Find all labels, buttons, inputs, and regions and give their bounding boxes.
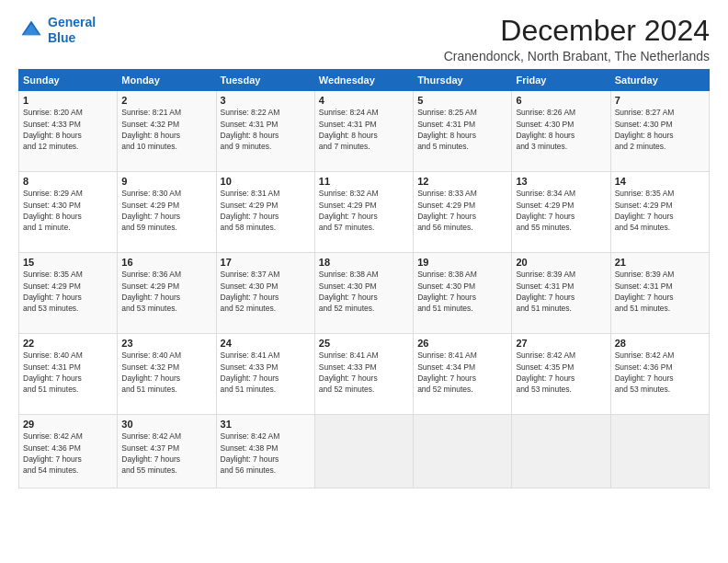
weekday-header-thursday: Thursday [414, 70, 512, 91]
logo: General Blue [18, 15, 96, 46]
calendar-cell: 25Sunrise: 8:41 AM Sunset: 4:33 PM Dayli… [314, 334, 413, 415]
calendar-cell: 10Sunrise: 8:31 AM Sunset: 4:29 PM Dayli… [216, 172, 314, 253]
day-info: Sunrise: 8:42 AM Sunset: 4:36 PM Dayligh… [615, 350, 705, 395]
day-info: Sunrise: 8:24 AM Sunset: 4:31 PM Dayligh… [319, 107, 409, 152]
calendar-cell: 18Sunrise: 8:38 AM Sunset: 4:30 PM Dayli… [314, 253, 413, 334]
weekday-header-sunday: Sunday [19, 70, 118, 91]
day-info: Sunrise: 8:38 AM Sunset: 4:30 PM Dayligh… [417, 269, 507, 314]
day-number: 24 [221, 338, 311, 349]
calendar-week-row: 22Sunrise: 8:40 AM Sunset: 4:31 PM Dayli… [19, 334, 710, 415]
day-number: 8 [23, 176, 113, 187]
calendar-cell: 11Sunrise: 8:32 AM Sunset: 4:29 PM Dayli… [314, 172, 413, 253]
day-number: 26 [417, 338, 507, 349]
calendar-cell: 22Sunrise: 8:40 AM Sunset: 4:31 PM Dayli… [19, 334, 118, 415]
calendar-cell [314, 415, 413, 488]
calendar-cell: 7Sunrise: 8:27 AM Sunset: 4:30 PM Daylig… [610, 91, 709, 172]
day-info: Sunrise: 8:38 AM Sunset: 4:30 PM Dayligh… [319, 269, 409, 314]
calendar-week-row: 1Sunrise: 8:20 AM Sunset: 4:33 PM Daylig… [19, 91, 710, 172]
day-number: 6 [516, 95, 606, 106]
calendar-cell: 28Sunrise: 8:42 AM Sunset: 4:36 PM Dayli… [610, 334, 709, 415]
day-info: Sunrise: 8:40 AM Sunset: 4:32 PM Dayligh… [121, 350, 211, 395]
weekday-header-saturday: Saturday [610, 70, 709, 91]
day-number: 7 [615, 95, 705, 106]
calendar-header-row: SundayMondayTuesdayWednesdayThursdayFrid… [19, 70, 710, 91]
day-info: Sunrise: 8:21 AM Sunset: 4:32 PM Dayligh… [121, 107, 211, 152]
day-info: Sunrise: 8:42 AM Sunset: 4:38 PM Dayligh… [221, 431, 311, 476]
day-number: 11 [319, 176, 409, 187]
title-block: December 2024 Cranendonck, North Brabant… [444, 15, 710, 63]
calendar-table: SundayMondayTuesdayWednesdayThursdayFrid… [18, 69, 710, 488]
calendar-cell [512, 415, 610, 488]
day-info: Sunrise: 8:42 AM Sunset: 4:35 PM Dayligh… [516, 350, 606, 395]
day-info: Sunrise: 8:30 AM Sunset: 4:29 PM Dayligh… [121, 188, 211, 233]
day-info: Sunrise: 8:25 AM Sunset: 4:31 PM Dayligh… [417, 107, 507, 152]
day-number: 4 [319, 95, 409, 106]
day-info: Sunrise: 8:32 AM Sunset: 4:29 PM Dayligh… [319, 188, 409, 233]
day-number: 12 [417, 176, 507, 187]
calendar-cell: 3Sunrise: 8:22 AM Sunset: 4:31 PM Daylig… [216, 91, 314, 172]
day-info: Sunrise: 8:33 AM Sunset: 4:29 PM Dayligh… [417, 188, 507, 233]
day-number: 28 [615, 338, 705, 349]
calendar-cell: 2Sunrise: 8:21 AM Sunset: 4:32 PM Daylig… [118, 91, 216, 172]
day-info: Sunrise: 8:39 AM Sunset: 4:31 PM Dayligh… [615, 269, 705, 314]
calendar-week-row: 15Sunrise: 8:35 AM Sunset: 4:29 PM Dayli… [19, 253, 710, 334]
logo-icon [18, 17, 44, 43]
calendar-cell: 19Sunrise: 8:38 AM Sunset: 4:30 PM Dayli… [414, 253, 512, 334]
subtitle: Cranendonck, North Brabant, The Netherla… [444, 49, 710, 63]
calendar-cell: 29Sunrise: 8:42 AM Sunset: 4:36 PM Dayli… [19, 415, 118, 488]
day-info: Sunrise: 8:42 AM Sunset: 4:36 PM Dayligh… [23, 431, 113, 476]
calendar-cell: 1Sunrise: 8:20 AM Sunset: 4:33 PM Daylig… [19, 91, 118, 172]
calendar-cell: 16Sunrise: 8:36 AM Sunset: 4:29 PM Dayli… [118, 253, 216, 334]
day-info: Sunrise: 8:35 AM Sunset: 4:29 PM Dayligh… [615, 188, 705, 233]
day-number: 20 [516, 257, 606, 268]
page: General Blue December 2024 Cranendonck, … [0, 0, 728, 563]
calendar-cell: 17Sunrise: 8:37 AM Sunset: 4:30 PM Dayli… [216, 253, 314, 334]
calendar-week-row: 29Sunrise: 8:42 AM Sunset: 4:36 PM Dayli… [19, 415, 710, 488]
day-info: Sunrise: 8:41 AM Sunset: 4:33 PM Dayligh… [221, 350, 311, 395]
calendar-cell: 26Sunrise: 8:41 AM Sunset: 4:34 PM Dayli… [414, 334, 512, 415]
calendar-cell: 9Sunrise: 8:30 AM Sunset: 4:29 PM Daylig… [118, 172, 216, 253]
day-number: 30 [121, 419, 211, 430]
calendar-cell: 5Sunrise: 8:25 AM Sunset: 4:31 PM Daylig… [414, 91, 512, 172]
weekday-header-wednesday: Wednesday [314, 70, 413, 91]
calendar-cell [610, 415, 709, 488]
day-number: 15 [23, 257, 113, 268]
day-info: Sunrise: 8:26 AM Sunset: 4:30 PM Dayligh… [516, 107, 606, 152]
header: General Blue December 2024 Cranendonck, … [18, 15, 710, 63]
weekday-header-tuesday: Tuesday [216, 70, 314, 91]
day-number: 2 [121, 95, 211, 106]
day-number: 31 [221, 419, 311, 430]
main-title: December 2024 [444, 15, 710, 47]
day-number: 22 [23, 338, 113, 349]
day-info: Sunrise: 8:35 AM Sunset: 4:29 PM Dayligh… [23, 269, 113, 314]
day-info: Sunrise: 8:29 AM Sunset: 4:30 PM Dayligh… [23, 188, 113, 233]
calendar-cell [414, 415, 512, 488]
day-info: Sunrise: 8:37 AM Sunset: 4:30 PM Dayligh… [221, 269, 311, 314]
day-info: Sunrise: 8:36 AM Sunset: 4:29 PM Dayligh… [121, 269, 211, 314]
day-number: 17 [221, 257, 311, 268]
calendar-cell: 12Sunrise: 8:33 AM Sunset: 4:29 PM Dayli… [414, 172, 512, 253]
calendar-cell: 30Sunrise: 8:42 AM Sunset: 4:37 PM Dayli… [118, 415, 216, 488]
calendar-cell: 27Sunrise: 8:42 AM Sunset: 4:35 PM Dayli… [512, 334, 610, 415]
day-info: Sunrise: 8:34 AM Sunset: 4:29 PM Dayligh… [516, 188, 606, 233]
calendar-cell: 31Sunrise: 8:42 AM Sunset: 4:38 PM Dayli… [216, 415, 314, 488]
day-number: 23 [121, 338, 211, 349]
day-info: Sunrise: 8:41 AM Sunset: 4:33 PM Dayligh… [319, 350, 409, 395]
calendar-cell: 23Sunrise: 8:40 AM Sunset: 4:32 PM Dayli… [118, 334, 216, 415]
calendar-cell: 14Sunrise: 8:35 AM Sunset: 4:29 PM Dayli… [610, 172, 709, 253]
day-number: 14 [615, 176, 705, 187]
day-number: 21 [615, 257, 705, 268]
day-number: 29 [23, 419, 113, 430]
day-number: 5 [417, 95, 507, 106]
calendar-cell: 20Sunrise: 8:39 AM Sunset: 4:31 PM Dayli… [512, 253, 610, 334]
day-number: 18 [319, 257, 409, 268]
calendar-cell: 8Sunrise: 8:29 AM Sunset: 4:30 PM Daylig… [19, 172, 118, 253]
day-info: Sunrise: 8:42 AM Sunset: 4:37 PM Dayligh… [121, 431, 211, 476]
logo-text: General Blue [48, 15, 96, 46]
day-info: Sunrise: 8:40 AM Sunset: 4:31 PM Dayligh… [23, 350, 113, 395]
calendar-cell: 13Sunrise: 8:34 AM Sunset: 4:29 PM Dayli… [512, 172, 610, 253]
day-number: 13 [516, 176, 606, 187]
day-number: 27 [516, 338, 606, 349]
day-info: Sunrise: 8:22 AM Sunset: 4:31 PM Dayligh… [221, 107, 311, 152]
weekday-header-monday: Monday [118, 70, 216, 91]
